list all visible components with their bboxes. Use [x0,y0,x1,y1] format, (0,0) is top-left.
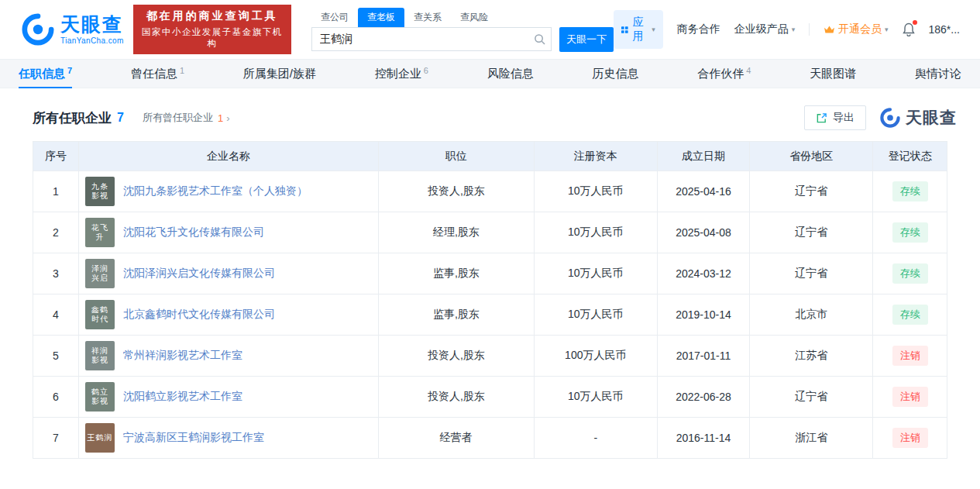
tab-风险信息[interactable]: 风险信息 [480,60,542,88]
column-header: 职位 [379,142,535,171]
status-badge: 存续 [892,222,928,243]
logo-text: 天眼查 [60,15,124,34]
search-input[interactable] [311,27,552,51]
enterprise-products-menu[interactable]: 企业级产品 ▾ [734,22,796,36]
column-header: 序号 [33,142,79,171]
tab-合作伙伴[interactable]: 合作伙伴4 [689,60,758,88]
company-logo: 花飞升 [85,218,115,247]
row-date: 2016-11-14 [657,418,749,459]
search-nav-tab[interactable]: 查关系 [404,8,451,27]
tab-所属集团/族群[interactable]: 所属集团/族群 [236,60,324,88]
apps-menu[interactable]: 应用 ▾ [614,10,663,49]
row-capital: - [534,418,657,459]
section-header: 所有任职企业 7 所有曾任职企业 1 › 导出 天眼查 [22,101,958,141]
business-cooperation-link[interactable]: 商务合作 [677,22,720,36]
company-link[interactable]: 宁波高新区王鹤润影视工作室 [123,431,264,445]
promo-banner: 都在用的商业查询工具 国家中小企业发展子基金旗下机构 [133,5,291,54]
row-province: 浙江省 [750,418,873,459]
vip-label: 开通会员 [838,22,882,36]
section-title: 所有任职企业 [33,109,112,127]
tab-count: 1 [180,66,184,75]
vip-upgrade-link[interactable]: 开通会员 ▾ [824,22,889,36]
row-date: 2025-04-16 [657,171,749,212]
row-position: 监事,股东 [379,253,535,294]
search-nav-tab[interactable]: 查风险 [451,8,497,27]
apps-label: 应用 [633,15,648,43]
header-right-menu: 应用 ▾ 商务合作 企业级产品 ▾ 开通会员 ▾ 186*... [614,10,960,49]
column-header: 成立日期 [657,142,749,171]
chevron-down-icon: ▾ [792,26,796,33]
table-body: 1九条影视沈阳九条影视艺术工作室（个人独资）投资人,股东10万人民币2025-0… [33,171,947,459]
company-logo: 王鹤润 [85,423,115,453]
search-button[interactable]: 天眼一下 [559,27,614,52]
table-row: 1九条影视沈阳九条影视艺术工作室（个人独资）投资人,股东10万人民币2025-0… [33,171,947,212]
table-row: 5祥润影视常州祥润影视艺术工作室投资人,股东100万人民币2017-01-11江… [33,336,947,377]
row-province: 辽宁省 [750,171,873,212]
row-position: 经理,股东 [379,212,535,253]
section-tab-bar: 任职信息7曾任信息1所属集团/族群控制企业6风险信息历史信息合作伙伴4天眼图谱舆… [0,59,980,88]
row-date: 2024-03-12 [657,253,749,294]
tab-历史信息[interactable]: 历史信息 [584,60,646,88]
anchor-tabs: 任职信息7曾任信息1所属集团/族群控制企业6风险信息历史信息合作伙伴4天眼图谱舆… [11,60,969,88]
banner-line2: 国家中小企业发展子基金旗下机构 [141,26,284,50]
tab-label: 舆情讨论 [915,67,961,81]
status-badge: 注销 [892,428,928,448]
column-header: 企业名称 [79,142,379,171]
row-index: 7 [33,418,79,459]
tab-count: 6 [424,66,428,75]
tab-天眼图谱[interactable]: 天眼图谱 [802,60,864,88]
logo-subtext: TianYanCha.com [60,36,124,45]
search-nav-tab[interactable]: 查老板 [358,8,404,27]
tianyancha-watermark: 天眼查 [880,107,957,129]
search-nav-tab[interactable]: 查公司 [311,8,358,27]
company-link[interactable]: 沈阳鹤立影视艺术工作室 [123,390,242,404]
company-link[interactable]: 常州祥润影视艺术工作室 [123,349,242,363]
company-link[interactable]: 沈阳花飞升文化传媒有限公司 [123,226,264,239]
tianyancha-logo[interactable]: 天眼查 TianYanCha.com [22,13,124,46]
row-capital: 10万人民币 [534,212,657,253]
row-position: 投资人,股东 [379,336,535,377]
tab-控制企业[interactable]: 控制企业6 [367,60,436,88]
row-capital: 10万人民币 [534,171,657,212]
row-capital: 10万人民币 [534,294,657,336]
tab-label: 任职信息 [19,67,65,81]
company-link[interactable]: 沈阳九条影视艺术工作室（个人独资） [123,184,308,198]
export-label: 导出 [833,111,854,125]
column-header: 注册资本 [534,142,657,171]
header: 天眼查 TianYanCha.com 都在用的商业查询工具 国家中小企业发展子基… [0,0,980,59]
export-icon [816,112,827,124]
row-index: 3 [33,253,79,294]
tab-label: 天眼图谱 [810,67,856,81]
row-position: 投资人,股东 [379,377,535,418]
banner-line1: 都在用的商业查询工具 [141,9,284,23]
account-phone[interactable]: 186*... [929,23,960,36]
company-link[interactable]: 北京鑫鹤时代文化传媒有限公司 [123,308,275,322]
tab-曾任信息[interactable]: 曾任信息1 [123,60,192,88]
row-date: 2025-04-08 [657,212,749,253]
section-title-count: 7 [117,111,124,125]
table-row: 2花飞升沈阳花飞升文化传媒有限公司经理,股东10万人民币2025-04-08辽宁… [33,212,947,253]
watermark-text: 天眼查 [906,107,957,129]
search-icon[interactable] [534,33,545,48]
column-header: 登记状态 [873,142,947,171]
row-province: 辽宁省 [750,212,873,253]
chevron-down-icon: ▾ [885,26,889,33]
notifications-button[interactable] [903,22,915,36]
positions-table: 序号企业名称职位注册资本成立日期省份地区登记状态 1九条影视沈阳九条影视艺术工作… [33,141,947,459]
former-positions-link[interactable]: 所有曾任职企业 1 › [143,111,230,125]
row-capital: 10万人民币 [534,253,657,294]
table-row: 3泽润兴启沈阳泽润兴启文化传媒有限公司监事,股东10万人民币2024-03-12… [33,253,947,294]
row-province: 辽宁省 [750,377,873,418]
company-link[interactable]: 沈阳泽润兴启文化传媒有限公司 [123,267,275,281]
tab-count: 4 [746,66,751,75]
tab-count: 7 [67,66,72,75]
row-index: 6 [33,377,79,418]
tab-舆情讨论[interactable]: 舆情讨论 [907,60,969,88]
export-button[interactable]: 导出 [804,105,866,130]
enterprise-products-label: 企业级产品 [734,22,789,36]
tab-任职信息[interactable]: 任职信息7 [11,60,80,88]
company-logo: 九条影视 [85,177,115,206]
tianyancha-eye-icon [22,13,54,46]
positions-card: 所有任职企业 7 所有曾任职企业 1 › 导出 天眼查 [22,101,958,459]
table-row: 6鹤立影视沈阳鹤立影视艺术工作室投资人,股东10万人民币2022-06-28辽宁… [33,377,947,418]
